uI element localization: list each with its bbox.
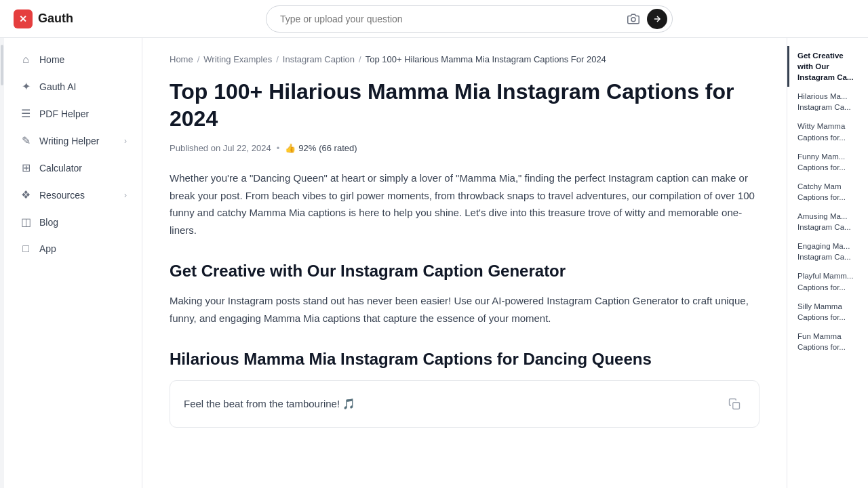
- sidebar-item-calculator[interactable]: ⊞Calculator: [8, 155, 138, 181]
- copy-button-1[interactable]: [724, 393, 745, 415]
- breadcrumb-sep-3: /: [359, 54, 361, 64]
- svg-rect-2: [733, 403, 740, 409]
- breadcrumb-home[interactable]: Home: [170, 54, 193, 64]
- meta-info: Published on Jul 22, 2024 • 👍 92% (66 ra…: [170, 143, 760, 153]
- sidebar-item-resources[interactable]: ❖Resources›: [8, 182, 138, 208]
- topbar: ✕ Gauth: [0, 0, 868, 38]
- sidebar-item-writing-helper[interactable]: ✎Writing Helper›: [8, 127, 138, 154]
- writing-helper-chevron-icon: ›: [124, 136, 127, 146]
- writing-helper-icon: ✎: [19, 134, 33, 147]
- breadcrumb-sep-1: /: [197, 54, 200, 64]
- search-submit-button[interactable]: [647, 9, 667, 29]
- resources-chevron-icon: ›: [124, 190, 127, 200]
- intro-paragraph: Whether you're a "Dancing Queen" at hear…: [170, 169, 760, 239]
- rating: 👍 92% (66 rated): [285, 143, 357, 153]
- sidebar-item-label-resources: Resources: [39, 190, 117, 201]
- app-icon: □: [19, 243, 33, 255]
- svg-point-0: [631, 17, 635, 21]
- sidebar-item-label-pdf-helper: PDF Helper: [39, 108, 127, 119]
- breadcrumb-writing-examples[interactable]: Writing Examples: [203, 54, 272, 64]
- sidebar: ⌂Home✦Gauth AI☰PDF Helper✎Writing Helper…: [0, 38, 142, 488]
- sidebar-item-gauth-ai[interactable]: ✦Gauth AI: [8, 73, 138, 100]
- layout: ⌂Home✦Gauth AI☰PDF Helper✎Writing Helper…: [0, 38, 868, 488]
- toc-sidebar: Get Creative with Our Instagram Ca... Hi…: [787, 38, 868, 488]
- toc-item-silly[interactable]: Silly Mamma Captions for...: [787, 297, 868, 327]
- toc-item-playful[interactable]: Playful Mamm... Captions for...: [787, 266, 868, 296]
- toc-item-engaging[interactable]: Engaging Ma... Instagram Ca...: [787, 237, 868, 266]
- breadcrumb-current: Top 100+ Hilarious Mamma Mia Instagram C…: [366, 54, 606, 64]
- sidebar-item-label-gauth-ai: Gauth AI: [39, 81, 127, 92]
- page-title: Top 100+ Hilarious Mamma Mia Instagram C…: [170, 78, 760, 132]
- pdf-helper-icon: ☰: [19, 107, 33, 120]
- toc-item-funny[interactable]: Funny Mam... Captions for...: [787, 147, 868, 177]
- breadcrumb-instagram-caption[interactable]: Instagram Caption: [283, 54, 355, 64]
- gauth-ai-icon: ✦: [19, 80, 33, 93]
- sidebar-scroll-track: [0, 38, 4, 488]
- caption-card-1: Feel the beat from the tambourine! 🎵: [170, 380, 760, 428]
- sidebar-item-label-app: App: [39, 243, 127, 254]
- calculator-icon: ⊞: [19, 161, 33, 174]
- breadcrumb: Home / Writing Examples / Instagram Capt…: [170, 54, 760, 64]
- sidebar-item-label-blog: Blog: [39, 217, 127, 228]
- toc-item-catchy[interactable]: Catchy Mam Captions for...: [787, 177, 868, 207]
- section-body-get-creative: Making your Instagram posts stand out ha…: [170, 292, 760, 327]
- search-input[interactable]: [266, 5, 673, 33]
- brand-name: Gauth: [38, 12, 73, 26]
- sidebar-item-app[interactable]: □App: [8, 236, 138, 262]
- camera-icon-button[interactable]: [624, 9, 643, 28]
- section-heading-hilarious: Hilarious Mamma Mia Instagram Captions f…: [170, 348, 760, 369]
- sidebar-item-pdf-helper[interactable]: ☰PDF Helper: [8, 100, 138, 127]
- toc-item-hilarious[interactable]: Hilarious Ma... Instagram Ca...: [787, 87, 868, 117]
- search-icons: [624, 9, 667, 29]
- blog-icon: ◫: [19, 216, 33, 228]
- toc-item-get-creative[interactable]: Get Creative with Our Instagram Ca...: [787, 46, 868, 87]
- logo-icon: ✕: [14, 9, 33, 28]
- search-bar: [266, 5, 673, 33]
- toc-item-witty[interactable]: Witty Mamma Captions for...: [787, 117, 868, 146]
- caption-text-1: Feel the beat from the tambourine! 🎵: [184, 398, 355, 410]
- logo[interactable]: ✕ Gauth: [14, 9, 73, 28]
- sidebar-item-label-writing-helper: Writing Helper: [39, 136, 117, 146]
- thumb-up-icon: 👍: [285, 143, 296, 153]
- sidebar-item-blog[interactable]: ◫Blog: [8, 209, 138, 235]
- rating-count: (66 rated): [319, 143, 357, 153]
- home-icon: ⌂: [19, 54, 33, 66]
- published-date: Published on Jul 22, 2024: [170, 143, 271, 153]
- resources-icon: ❖: [19, 188, 33, 201]
- rating-score: 92%: [298, 143, 316, 153]
- sidebar-item-home[interactable]: ⌂Home: [8, 47, 138, 73]
- breadcrumb-sep-2: /: [276, 54, 279, 64]
- sidebar-item-label-calculator: Calculator: [39, 163, 127, 174]
- sidebar-item-label-home: Home: [39, 54, 127, 65]
- main-content: Home / Writing Examples / Instagram Capt…: [142, 38, 787, 488]
- section-heading-get-creative: Get Creative with Our Instagram Caption …: [170, 260, 760, 281]
- toc-item-amusing[interactable]: Amusing Ma... Instagram Ca...: [787, 207, 868, 237]
- sidebar-scroll-thumb: [1, 45, 3, 85]
- toc-item-fun[interactable]: Fun Mamma Captions for...: [787, 327, 868, 357]
